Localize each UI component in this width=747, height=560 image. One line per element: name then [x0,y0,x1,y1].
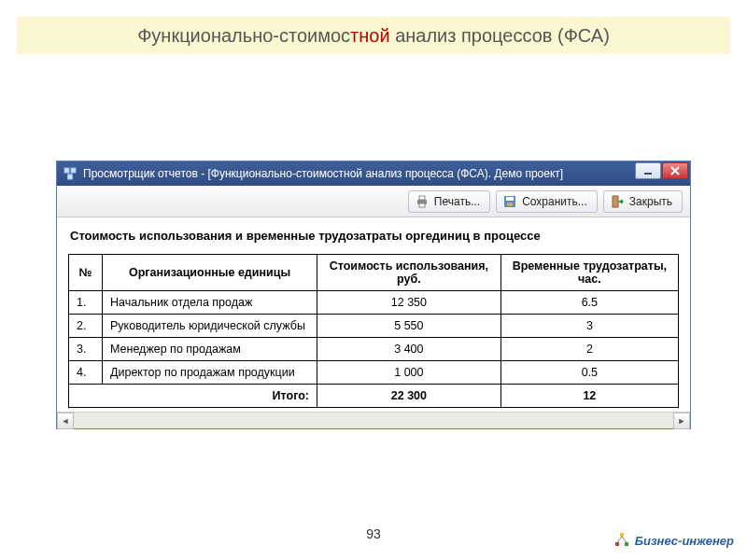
cell-org: Начальник отдела продаж [103,291,317,315]
print-button-label: Печать... [434,195,480,208]
svg-line-18 [617,537,622,542]
printer-icon [415,194,430,209]
col-header-n: № [69,255,103,291]
branding: Бизнес-инженер [613,532,734,549]
svg-rect-12 [506,197,514,201]
save-button-label: Сохранить... [522,195,587,208]
window-titlebar: Просмотрщик отчетов - [Функционально-сто… [57,161,690,186]
cell-hours: 3 [500,315,678,338]
cell-cost: 3 400 [317,338,501,361]
cell-hours: 6.5 [500,291,678,315]
col-header-org: Организационные единицы [103,255,317,291]
cell-cost: 12 350 [317,291,501,315]
svg-rect-2 [68,175,73,179]
print-button[interactable]: Печать... [408,190,490,213]
cell-n: 3. [69,338,103,361]
cell-org: Менеджер по продажам [103,338,317,361]
total-hours: 12 [500,385,678,408]
cell-cost: 1 000 [317,361,501,385]
svg-rect-0 [64,168,69,173]
report-body: Стоимость использования и временные труд… [57,217,690,412]
svg-rect-13 [507,203,513,206]
branding-label: Бизнес-инженер [635,534,734,548]
cell-cost: 5 550 [317,315,501,338]
cell-n: 2. [69,315,103,338]
cell-hours: 2 [500,338,678,361]
window-controls [634,162,688,179]
door-exit-icon [610,194,625,209]
table-row: 2.Руководитель юридической службы5 5503 [69,315,679,338]
slide-title: Функционально-стоимостной анализ процесс… [17,17,730,54]
total-label: Итого: [69,385,317,408]
window-title: Просмотрщик отчетов - [Функционально-сто… [83,167,563,180]
cell-n: 1. [69,291,103,315]
toolbar: Печать... Сохранить... [57,186,690,217]
table-row: 3.Менеджер по продажам3 4002 [69,338,679,361]
report-viewer-window: Просмотрщик отчетов - [Функционально-сто… [56,161,691,429]
col-header-cost: Стоимость использования, руб. [317,255,501,291]
scroll-right-icon[interactable]: ► [673,413,690,429]
total-cost: 22 300 [317,385,501,408]
report-caption: Стоимость использования и временные труд… [70,229,679,243]
cell-org: Руководитель юридической службы [103,315,317,338]
report-table: № Организационные единицы Стоимость испо… [68,254,679,408]
window-minimize-button[interactable] [635,162,661,179]
scroll-left-icon[interactable]: ◄ [57,413,74,429]
branding-logo-icon [613,532,630,549]
app-icon [63,166,78,181]
svg-rect-14 [613,196,618,207]
horizontal-scrollbar[interactable]: ◄ ► [57,412,690,428]
cell-n: 4. [69,361,103,385]
svg-line-19 [622,537,627,542]
table-row: 4.Директор по продажам продукции1 0000.5 [69,361,679,385]
svg-rect-17 [625,542,628,546]
svg-rect-10 [419,203,425,207]
save-button[interactable]: Сохранить... [496,190,598,213]
svg-rect-16 [615,542,619,546]
svg-rect-1 [71,168,76,173]
table-total-row: Итого: 22 300 12 [69,385,679,408]
svg-rect-9 [419,196,425,200]
close-button-label: Закрыть [629,195,672,208]
save-icon [502,194,517,209]
cell-hours: 0.5 [500,361,678,385]
col-header-hours: Временные трудозатраты, час. [500,255,678,291]
window-close-button[interactable] [662,162,688,179]
close-button[interactable]: Закрыть [603,190,683,213]
table-row: 1.Начальник отдела продаж12 3506.5 [69,291,679,315]
svg-rect-15 [620,533,624,537]
cell-org: Директор по продажам продукции [103,361,317,385]
